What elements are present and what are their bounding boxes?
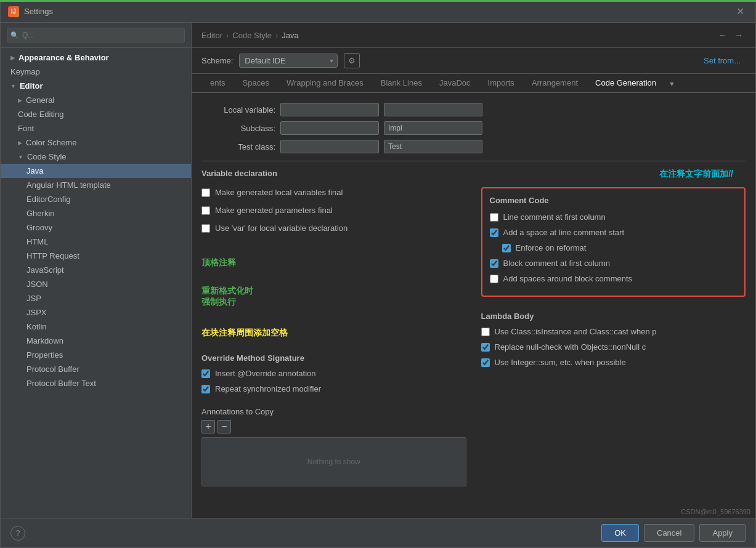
sidebar-item-markdown[interactable]: Markdown [1,334,191,348]
sidebar-item-groovy[interactable]: Groovy [1,220,191,235]
sidebar-item-protocol-buffer[interactable]: Protocol Buffer [1,362,191,376]
sidebar-item-kotlin[interactable]: Kotlin [1,320,191,334]
tab-more-icon[interactable]: ▼ [665,76,679,92]
use-var-label: Use 'var' for local variable declaration [215,224,348,233]
sidebar-item-jsp[interactable]: JSP [1,291,191,305]
tab-blank-lines[interactable]: Blank Lines [372,74,431,93]
sidebar-item-angular[interactable]: Angular HTML template [1,178,191,192]
sidebar-item-font[interactable]: Font [1,121,191,135]
use-isinstance-checkbox[interactable] [481,328,490,336]
chevron-right-icon-general: ▶ [18,97,22,103]
back-button[interactable]: ← [716,29,730,41]
local-variable-row: Local variable: [201,103,746,116]
test-class-row: Test class: [201,140,746,153]
chevron-down-icon-style: ▼ [18,154,23,160]
title-bar: IJ Settings ✕ [1,1,755,23]
apply-button[interactable]: Apply [699,524,746,542]
tab-ents[interactable]: ents [201,74,234,93]
tab-javadoc[interactable]: JavaDoc [431,74,479,93]
enforce-reformat-checkbox[interactable] [502,244,511,252]
lambda-body-section: Lambda Body Use Class::isInstance and Cl… [481,312,746,372]
make-params-final-checkbox[interactable] [201,206,210,215]
scheme-bar: Scheme: Default IDE ▼ ⚙ Set from... [192,48,755,74]
make-local-final-checkbox[interactable] [201,188,210,197]
checkbox-row-add-space: Add a space at line comment start [490,227,738,238]
sidebar-item-editorconfig[interactable]: EditorConfig [1,192,191,206]
close-button[interactable]: ✕ [733,4,748,18]
override-method-section: Override Method Signature Insert @Overri… [201,353,466,398]
sidebar-item-html[interactable]: HTML [1,235,191,249]
annotation-callouts-left: 顶格注释 重新格式化时强制执行 在块注释周围添加空格 [201,252,466,339]
tab-code-generation[interactable]: Code Generation [587,74,665,93]
use-var-checkbox[interactable] [201,224,210,233]
sidebar-item-general[interactable]: ▶ General [1,93,191,107]
sidebar-item-jspx[interactable]: JSPX [1,305,191,320]
sidebar-item-protocol-buffer-text[interactable]: Protocol Buffer Text [1,376,191,390]
sidebar-item-appearance[interactable]: ▶ Appearance & Behavior [1,50,191,65]
settings-body: Local variable: Subclass: Test class: [192,93,755,518]
sidebar-item-json[interactable]: JSON [1,277,191,291]
local-variable-input1[interactable] [280,103,379,116]
content-area: Editor › Code Style › Java ← → Scheme: [192,23,755,518]
tab-imports[interactable]: Imports [479,74,523,93]
chevron-right-icon: ▶ [10,55,15,61]
checkbox-row-add-spaces-block: Add spaces around block comments [490,273,738,284]
lambda-body-title: Lambda Body [481,312,746,321]
sidebar-item-http-request[interactable]: HTTP Request [1,249,191,263]
add-annotation-button[interactable]: + [201,420,215,433]
cancel-button[interactable]: Cancel [644,524,694,542]
use-integer-sum-checkbox[interactable] [481,358,490,367]
make-local-final-label: Make generated local variables final [215,188,343,197]
chevron-down-icon: ▼ [10,83,16,89]
scheme-gear-button[interactable]: ⚙ [344,53,360,68]
annotations-empty-list: Nothing to show [201,437,466,486]
sidebar-item-color-scheme[interactable]: ▶ Color Scheme [1,135,191,150]
scheme-dropdown[interactable]: Default IDE [239,54,338,68]
use-isinstance-label: Use Class::isInstance and Class::cast wh… [495,327,657,336]
checkbox-row-replace-null: Replace null-check with Objects::nonNull… [481,341,746,353]
remove-annotation-button[interactable]: − [217,420,231,433]
insert-override-checkbox[interactable] [201,369,210,378]
two-col-layout: Variable declaration Make generated loca… [201,169,746,486]
sidebar-item-editor[interactable]: ▼ Editor [1,79,191,93]
app-icon: IJ [8,6,19,17]
sidebar-item-keymap[interactable]: Keymap [1,65,191,79]
replace-null-checkbox[interactable] [481,343,490,352]
sidebar-item-properties[interactable]: Properties [1,348,191,362]
test-class-input1[interactable] [280,140,379,153]
repeat-synchronized-checkbox[interactable] [201,385,210,393]
local-variable-label: Local variable: [201,105,275,115]
watermark: CSDN@m0_59676390 [681,508,750,515]
search-icon: 🔍 [10,31,19,39]
sidebar-item-code-editing[interactable]: Code Editing [1,107,191,121]
checkbox-row-make-local-final: Make generated local variables final [201,187,466,198]
sidebar-item-java[interactable]: Java [1,164,191,178]
add-spaces-block-label: Add spaces around block comments [503,274,633,283]
ok-button[interactable]: OK [601,524,639,542]
block-first-col-checkbox[interactable] [490,259,498,268]
local-variable-input2[interactable] [384,103,482,116]
breadcrumb-editor: Editor [201,31,222,40]
settings-window: IJ Settings ✕ 🔍 ▶ Appearance & Behavior … [0,0,756,548]
add-space-checkbox[interactable] [490,228,498,237]
line-first-col-checkbox[interactable] [490,213,498,222]
sidebar-item-javascript[interactable]: JavaScript [1,263,191,277]
search-input[interactable] [7,28,185,42]
tab-wrapping[interactable]: Wrapping and Braces [278,74,372,93]
set-from-link[interactable]: Set from... [704,56,741,65]
forward-button[interactable]: → [732,29,746,41]
replace-null-label: Replace null-check with Objects::nonNull… [495,342,646,352]
subclass-input2[interactable] [384,121,482,135]
tab-spaces[interactable]: Spaces [234,74,278,93]
sidebar-item-code-style[interactable]: ▼ Code Style [1,150,191,164]
tab-arrangement[interactable]: Arrangement [523,74,587,93]
tabs-bar: ents Spaces Wrapping and Braces Blank Li… [192,74,755,93]
test-class-input2[interactable] [384,140,482,153]
add-spaces-block-checkbox[interactable] [490,275,498,283]
sidebar-item-gherkin[interactable]: Gherkin [1,206,191,220]
add-space-label: Add a space at line comment start [503,228,625,237]
scheme-selector-area: Scheme: Default IDE ▼ ⚙ [201,53,360,68]
subclass-input1[interactable] [280,121,379,135]
help-button[interactable]: ? [10,526,25,541]
comment-code-box: Comment Code Line comment at first colum… [481,187,746,297]
